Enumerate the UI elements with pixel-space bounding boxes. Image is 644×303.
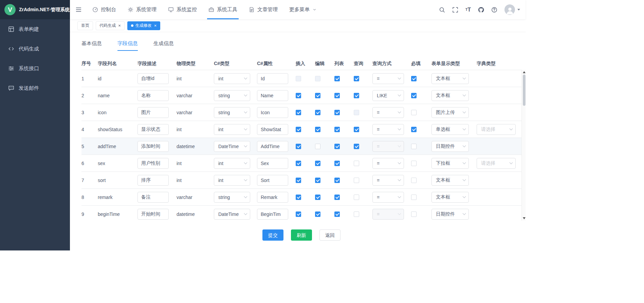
top-menu-more-menu[interactable]: 更多菜单 [283, 0, 323, 19]
scroll-thumb[interactable] [523, 75, 526, 106]
required-checkbox[interactable] [411, 211, 417, 217]
edit-checkbox[interactable] [315, 211, 320, 217]
cs-type-select[interactable]: string [214, 90, 250, 101]
query-checkbox[interactable] [354, 144, 359, 149]
cs-property-input[interactable] [257, 124, 288, 135]
scroll-down-arrow-icon[interactable] [523, 217, 526, 219]
query-checkbox[interactable] [354, 76, 359, 81]
tag-home[interactable]: 首页 [77, 21, 93, 30]
list-checkbox[interactable] [334, 110, 340, 115]
query-type-select[interactable]: = [372, 158, 404, 169]
refresh-button[interactable]: 刷新 [291, 229, 312, 241]
insert-checkbox[interactable] [296, 127, 301, 132]
fullscreen-icon[interactable] [452, 7, 458, 13]
cs-property-input[interactable] [257, 158, 288, 169]
query-checkbox[interactable] [354, 161, 359, 166]
font-size-icon[interactable]: TT [465, 7, 471, 13]
list-checkbox[interactable] [334, 93, 340, 98]
insert-checkbox[interactable] [296, 178, 301, 183]
insert-checkbox[interactable] [296, 144, 301, 149]
list-checkbox[interactable] [334, 161, 340, 166]
required-checkbox[interactable] [411, 144, 417, 149]
field-desc-input[interactable] [137, 192, 169, 203]
top-menu-system-monitor[interactable]: 系统监控 [162, 0, 203, 19]
field-desc-input[interactable] [137, 158, 169, 169]
insert-checkbox[interactable] [296, 93, 301, 98]
query-checkbox[interactable] [354, 211, 359, 217]
query-type-select[interactable]: = [372, 175, 404, 186]
edit-checkbox[interactable] [315, 195, 320, 200]
query-checkbox[interactable] [354, 178, 359, 183]
display-type-select[interactable]: 下拉框 [431, 158, 469, 169]
edit-checkbox[interactable] [315, 110, 320, 115]
tab-field-info[interactable]: 字段信息 [117, 40, 138, 51]
top-menu-article-admin[interactable]: 文章管理 [243, 0, 283, 19]
field-desc-input[interactable] [137, 107, 169, 118]
top-menu-system-admin[interactable]: 系统管理 [122, 0, 162, 19]
query-type-select[interactable]: = [372, 73, 404, 84]
required-checkbox[interactable] [411, 93, 417, 98]
edit-checkbox[interactable] [315, 93, 320, 98]
cs-property-input[interactable] [257, 209, 288, 220]
edit-checkbox[interactable] [315, 127, 320, 132]
table-scrollbar[interactable] [521, 70, 526, 221]
sidebar-item-system-api[interactable]: 系统接口 [0, 59, 70, 78]
insert-checkbox[interactable] [296, 195, 301, 200]
query-checkbox[interactable] [354, 93, 359, 98]
edit-checkbox[interactable] [315, 144, 320, 149]
display-type-select[interactable]: 日期控件 [431, 209, 469, 220]
query-type-select[interactable]: = [372, 107, 404, 118]
insert-checkbox[interactable] [296, 211, 301, 217]
query-checkbox[interactable] [354, 127, 359, 132]
back-button[interactable]: 返回 [319, 229, 341, 241]
display-type-select[interactable]: 文本框 [431, 73, 469, 84]
tag-close-icon[interactable]: × [154, 23, 157, 28]
cs-type-select[interactable]: DateTime [214, 141, 250, 152]
display-type-select[interactable]: 文本框 [431, 90, 469, 101]
display-type-select[interactable]: 单选框 [431, 124, 469, 135]
dict-type-select[interactable]: 请选择 [477, 124, 516, 135]
top-menu-dashboard[interactable]: 控制台 [87, 0, 122, 19]
field-desc-input[interactable] [137, 124, 169, 135]
display-type-select[interactable]: 文本框 [431, 192, 469, 203]
tag-code-gen[interactable]: 代码生成× [96, 21, 125, 30]
cs-type-select[interactable]: string [214, 107, 250, 118]
cs-type-select[interactable]: int [214, 175, 250, 186]
query-type-select[interactable]: LIKE [372, 90, 404, 101]
cs-property-input[interactable] [257, 175, 288, 186]
edit-checkbox[interactable] [315, 161, 320, 166]
sidebar-collapse-icon[interactable] [75, 6, 82, 13]
required-checkbox[interactable] [411, 178, 417, 183]
sidebar-item-form-build[interactable]: 表单构建 [0, 19, 70, 39]
display-type-select[interactable]: 文本框 [431, 175, 469, 186]
field-desc-input[interactable] [137, 209, 169, 220]
field-desc-input[interactable] [137, 73, 169, 84]
insert-checkbox[interactable] [296, 110, 301, 115]
required-checkbox[interactable] [411, 161, 417, 166]
tag-gen-edit[interactable]: 生成修改× [127, 21, 161, 30]
tab-gen-info[interactable]: 生成信息 [153, 40, 174, 51]
dict-type-select[interactable]: 请选择 [477, 158, 516, 169]
cs-property-input[interactable] [257, 90, 288, 101]
required-checkbox[interactable] [411, 76, 417, 81]
cs-property-input[interactable] [257, 192, 288, 203]
cs-type-select[interactable]: DateTime [214, 209, 250, 220]
cs-property-input[interactable] [257, 73, 288, 84]
field-desc-input[interactable] [137, 90, 169, 101]
list-checkbox[interactable] [334, 76, 340, 81]
query-checkbox[interactable] [354, 195, 359, 200]
scroll-up-arrow-icon[interactable] [523, 71, 526, 73]
required-checkbox[interactable] [411, 195, 417, 200]
required-checkbox[interactable] [411, 110, 417, 115]
search-icon[interactable] [439, 7, 445, 13]
cs-property-input[interactable] [257, 141, 288, 152]
list-checkbox[interactable] [334, 178, 340, 183]
list-checkbox[interactable] [334, 195, 340, 200]
query-type-select[interactable]: = [372, 124, 404, 135]
user-avatar[interactable] [504, 4, 520, 15]
field-desc-input[interactable] [137, 141, 169, 152]
query-type-select[interactable]: = [372, 192, 404, 203]
cs-type-select[interactable]: int [214, 158, 250, 169]
sidebar-item-send-mail[interactable]: 发送邮件 [0, 78, 70, 98]
help-icon[interactable] [491, 7, 497, 13]
